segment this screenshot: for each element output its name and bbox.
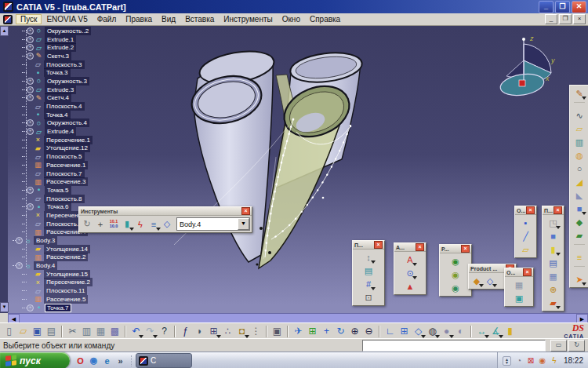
close-button[interactable]: ✕ <box>572 1 586 13</box>
materials-toolbar[interactable]: P...×◉◉◉ <box>439 244 472 297</box>
close-icon[interactable]: × <box>374 241 383 249</box>
remove-lump-icon[interactable]: ▰ <box>547 297 560 309</box>
annotations-toolbar[interactable]: A...×A⊙▲ <box>394 242 426 295</box>
menu-ENOVIA V5[interactable]: ENOVIA V5 <box>42 14 92 24</box>
print-icon[interactable]: ▤ <box>45 325 58 338</box>
tray-network-off-icon[interactable]: ⊠ <box>526 356 535 365</box>
pan-icon[interactable]: + <box>320 325 333 338</box>
new-document-icon[interactable]: ▯ <box>2 325 16 338</box>
tree-item[interactable]: +☼Body.4 <box>9 261 166 270</box>
expand-command-field-button[interactable]: ▭ <box>550 340 567 352</box>
scale-display-icon[interactable]: 10.110.0 <box>107 218 120 231</box>
copy-icon[interactable]: ▥ <box>80 325 93 338</box>
tree-item[interactable]: +☼Body.3 <box>9 236 166 245</box>
sketcher-icon[interactable]: ✎ <box>573 87 586 100</box>
tree-item[interactable]: +▱Extrude.2 <box>9 43 166 52</box>
tree-item[interactable]: ▱Плоскость.3 <box>9 60 166 69</box>
dropdown-arrow-icon[interactable] <box>582 97 586 100</box>
fill-icon[interactable]: ▱ <box>573 122 586 135</box>
lock-icon[interactable]: ◘ <box>235 325 249 338</box>
cut-icon[interactable]: ✂ <box>66 325 79 338</box>
shell-icon[interactable]: ◍ <box>573 149 586 162</box>
minimize-button[interactable]: _ <box>539 1 554 13</box>
only-current-body-icon[interactable]: ▮ <box>121 218 133 231</box>
tree-item[interactable]: ×Пересечение.2 <box>9 279 166 287</box>
split-solid-icon[interactable]: ◳ <box>547 217 560 229</box>
maximize-button[interactable]: ❐ <box>555 1 570 13</box>
line-icon[interactable]: ╱ <box>520 230 532 242</box>
grid-icon[interactable]: # <box>362 278 375 290</box>
overflow-chevron-icon[interactable]: » <box>115 355 125 366</box>
assemble-icon[interactable]: ▦ <box>547 270 560 282</box>
menu-Вид[interactable]: Вид <box>157 14 180 24</box>
open-icon[interactable]: ▱ <box>16 325 30 338</box>
tree-item[interactable]: +▱Extrude.1 <box>9 35 166 44</box>
render-style-icon[interactable]: ◍ <box>426 325 439 338</box>
tray-expand-icon[interactable]: ▲▼ <box>503 356 511 366</box>
expand-icon[interactable]: + <box>16 262 23 269</box>
catalog-icon[interactable]: ◇ <box>161 218 173 231</box>
toolbar-title-bar[interactable]: О...× <box>515 206 536 215</box>
dropdown-arrow-icon[interactable] <box>582 212 586 215</box>
menu-Вставка[interactable]: Вставка <box>180 14 219 24</box>
knowledge-inspector-icon[interactable]: ⋮ <box>249 325 263 338</box>
sew-surface-icon[interactable]: ▤ <box>547 257 560 269</box>
expand-icon[interactable]: + <box>27 94 34 101</box>
close-icon[interactable]: × <box>523 268 532 276</box>
dropdown-arrow-icon[interactable] <box>556 253 561 256</box>
combobox-dropdown-icon[interactable]: ▼ <box>238 218 249 230</box>
fly-mode-icon[interactable]: ✈ <box>292 325 305 338</box>
tree-item[interactable]: •Точка.3 <box>9 68 166 77</box>
swap-visible-icon[interactable]: ↕ <box>362 251 375 264</box>
menu-Файл[interactable]: Файл <box>93 14 122 24</box>
expand-icon[interactable]: + <box>27 128 34 135</box>
stack-mode-icon[interactable]: ≡ <box>147 218 160 231</box>
tree-item[interactable]: +▱Extrude.3 <box>9 86 166 94</box>
tree-item[interactable]: +○Окружность.4 <box>9 119 166 128</box>
catia-task-button[interactable]: C <box>136 353 192 368</box>
comment-icon[interactable]: ◗ <box>193 325 206 338</box>
toolbar-title-bar[interactable]: П...× <box>353 241 384 250</box>
plane-icon[interactable]: ▱ <box>520 243 532 256</box>
internet-explorer-icon[interactable]: e <box>102 355 112 366</box>
tree-item[interactable]: ▱Плоскость.7 <box>9 169 166 178</box>
expand-icon[interactable]: + <box>27 27 34 35</box>
close-icon[interactable]: × <box>554 206 562 214</box>
menu-Окно[interactable]: Окно <box>278 14 305 24</box>
tree-item[interactable]: ▱Плоскость.4 <box>9 102 166 111</box>
doc-close-button[interactable]: × <box>573 14 586 24</box>
tree-item[interactable]: ▱Плоскость.5 <box>9 152 166 161</box>
toolbar-title-bar[interactable]: О...× <box>505 268 533 277</box>
tree-item[interactable]: ▱Плоскость.8 <box>9 195 166 203</box>
draft-angle-icon[interactable]: ◣ <box>573 189 586 202</box>
chamfer-icon[interactable]: ◢ <box>573 176 586 188</box>
compass[interactable]: z y x <box>499 35 555 98</box>
close-icon[interactable]: × <box>416 243 424 251</box>
command-input[interactable] <box>362 340 546 352</box>
tree-scroll-down-icon[interactable]: ▼ <box>0 302 9 312</box>
circular-pattern-icon[interactable]: ○ <box>573 162 586 175</box>
mass-properties-icon[interactable]: ▮ <box>503 325 517 338</box>
menu-Пуск[interactable]: Пуск <box>16 14 42 24</box>
menu-Инструменты[interactable]: Инструменты <box>219 14 277 24</box>
menu-Правка[interactable]: Правка <box>121 14 157 24</box>
tools-palette[interactable]: П...×↕▤#⊡ <box>352 240 385 306</box>
messenger-icon[interactable]: ◉ <box>89 355 99 366</box>
tree-item[interactable]: +✎Скетч.3 <box>9 52 166 60</box>
toolbar-title-bar[interactable]: П...× <box>543 206 564 215</box>
measure-between-icon[interactable]: ↔ <box>475 325 488 338</box>
dropdown-arrow-icon[interactable] <box>412 276 417 279</box>
thick-surface-icon[interactable]: ▮ <box>547 243 560 256</box>
join-icon[interactable]: ▥ <box>573 136 586 148</box>
close-icon[interactable]: × <box>461 245 470 253</box>
material-2-icon[interactable]: ◉ <box>449 268 462 281</box>
redo-icon[interactable]: ↷ <box>143 325 157 338</box>
tree-item[interactable]: +•Точка.7 <box>9 304 166 312</box>
tray-language-icon[interactable]: ϟ <box>550 356 559 365</box>
product-tool-1-icon[interactable]: ◆ <box>470 275 483 287</box>
tree-item[interactable]: +○Окружность.3 <box>9 77 166 86</box>
tree-item[interactable]: ×Пересечение.1 <box>9 136 166 144</box>
viewport-3d[interactable]: z y x ▲ ▼ +○Окружность..2+▱Extrude.1+▱Ex… <box>0 25 588 313</box>
tree-item[interactable]: •Точка.4 <box>9 111 166 119</box>
tree-item[interactable]: ▰Утолщение.12 <box>9 144 166 153</box>
